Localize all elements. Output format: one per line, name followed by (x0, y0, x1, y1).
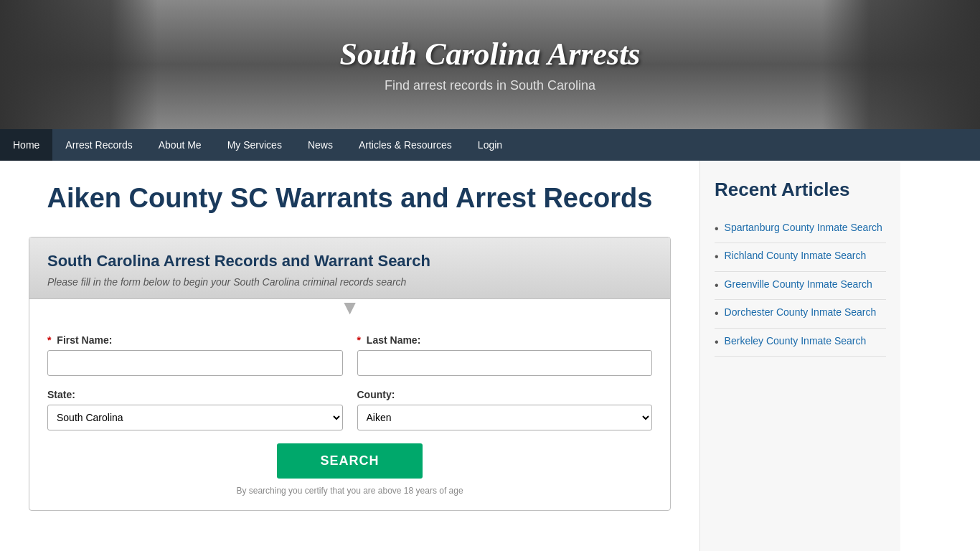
nav-item-login[interactable]: Login (465, 129, 515, 161)
county-label: County: (357, 389, 653, 400)
search-box-heading: South Carolina Arrest Records and Warran… (47, 252, 652, 270)
page-wrapper: Aiken County SC Warrants and Arrest Reco… (0, 161, 980, 551)
location-fields-row: State: South Carolina County: Aiken (47, 389, 652, 430)
first-name-input[interactable] (47, 350, 343, 376)
form-note: By searching you certify that you are ab… (47, 486, 652, 496)
bars-right-decoration (822, 0, 980, 129)
first-name-group: * First Name: (47, 334, 343, 376)
list-item: Dorchester County Inmate Search (715, 300, 886, 328)
list-item: Richland County Inmate Search (715, 243, 886, 271)
list-item: Spartanburg County Inmate Search (715, 215, 886, 243)
search-button-row: SEARCH (47, 443, 652, 479)
first-name-label: * First Name: (47, 334, 343, 346)
last-name-label: * Last Name: (357, 334, 653, 346)
search-box-header: South Carolina Arrest Records and Warran… (29, 237, 670, 299)
sidebar: Recent Articles Spartanburg County Inmat… (699, 161, 900, 551)
state-label: State: (47, 389, 343, 400)
nav-item-my-services[interactable]: My Services (215, 129, 295, 161)
main-content: Aiken County SC Warrants and Arrest Reco… (0, 161, 699, 551)
nav-item-articles[interactable]: Articles & Resources (346, 129, 465, 161)
article-link-richland[interactable]: Richland County Inmate Search (725, 249, 867, 263)
state-group: State: South Carolina (47, 389, 343, 430)
article-link-greenville[interactable]: Greenville County Inmate Search (725, 278, 872, 292)
bars-left-decoration (0, 0, 158, 129)
name-fields-row: * First Name: * Last Name: (47, 334, 652, 376)
list-item: Greenville County Inmate Search (715, 272, 886, 300)
article-link-berkeley[interactable]: Berkeley County Inmate Search (725, 334, 867, 349)
page-title: Aiken County SC Warrants and Arrest Reco… (29, 182, 671, 215)
search-button[interactable]: SEARCH (277, 443, 422, 479)
county-group: County: Aiken (357, 389, 653, 430)
last-name-group: * Last Name: (357, 334, 653, 376)
state-select[interactable]: South Carolina (47, 405, 343, 430)
sidebar-heading: Recent Articles (715, 179, 886, 201)
nav-item-news[interactable]: News (295, 129, 346, 161)
main-navigation: Home Arrest Records About Me My Services… (0, 129, 980, 161)
article-link-spartanburg[interactable]: Spartanburg County Inmate Search (725, 221, 882, 235)
site-subtitle: Find arrest records in South Carolina (340, 78, 641, 93)
header-text: South Carolina Arrests Find arrest recor… (340, 36, 641, 93)
last-name-input[interactable] (357, 350, 653, 376)
search-form: * First Name: * Last Name: (29, 316, 670, 510)
last-name-required-marker: * (357, 334, 361, 346)
nav-item-about-me[interactable]: About Me (146, 129, 215, 161)
county-select[interactable]: Aiken (357, 405, 653, 430)
search-box: South Carolina Arrest Records and Warran… (29, 237, 671, 511)
site-title: South Carolina Arrests (340, 36, 641, 72)
nav-item-home[interactable]: Home (0, 129, 52, 161)
search-box-arrow: ▼ (29, 298, 670, 318)
recent-articles-list: Spartanburg County Inmate Search Richlan… (715, 215, 886, 357)
article-link-dorchester[interactable]: Dorchester County Inmate Search (725, 306, 877, 320)
site-header: South Carolina Arrests Find arrest recor… (0, 0, 980, 129)
nav-item-arrest-records[interactable]: Arrest Records (52, 129, 145, 161)
search-box-subheading: Please fill in the form below to begin y… (47, 276, 652, 288)
list-item: Berkeley County Inmate Search (715, 329, 886, 357)
first-name-required-marker: * (47, 334, 51, 346)
